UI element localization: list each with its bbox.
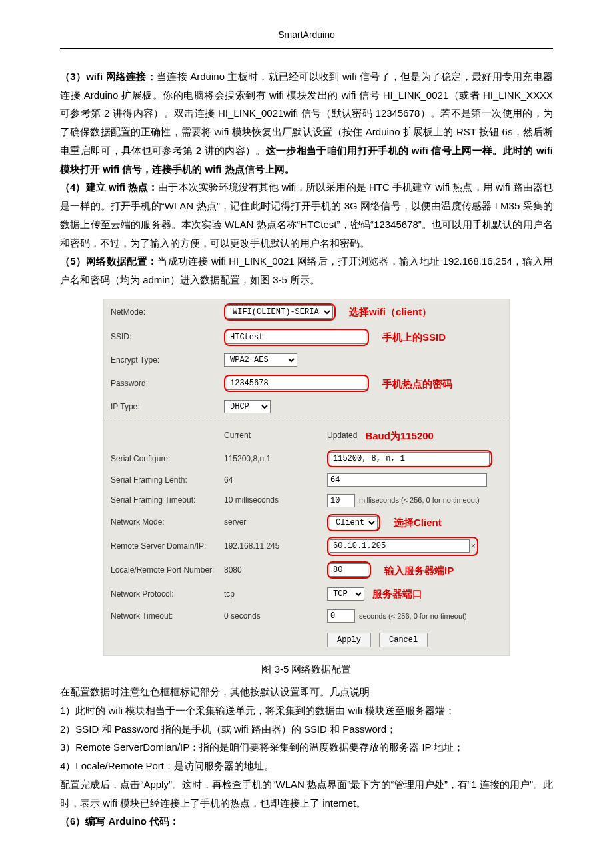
netmode-select[interactable]: WIFI(CLIENT)-SERIAL <box>227 305 333 319</box>
after-1: 在配置数据时注意红色框框标记部分，其他按默认设置即可。几点说明 <box>60 683 553 701</box>
p4-label: （4）建立 wifi 热点： <box>60 181 158 193</box>
p5-label: （5）网络数据配置： <box>60 255 157 267</box>
p3-label: （3）wifi 网络连接： <box>60 71 157 82</box>
paragraph-6: （6）编写 Arduino 代码： <box>60 812 553 831</box>
label-remote: Remote Server Domain/IP: <box>111 539 224 553</box>
current-nettimeout: 0 seconds <box>224 609 327 623</box>
p6-label: （6）编写 Arduino 代码： <box>60 815 179 827</box>
password-highlight <box>224 375 369 392</box>
row-protocol: Network Protocol: tcp TCP 服务器端口 <box>104 582 509 606</box>
row-col-headers: Current Updated Baud为115200 <box>104 424 509 448</box>
after-6: 配置完成后，点击“Apply”。这时，再检查手机的“WLAN 热点界面”最下方的… <box>60 775 553 813</box>
label-frametimeout: Serial Framing Timeout: <box>111 493 224 507</box>
port-input[interactable] <box>330 563 368 577</box>
current-netmode2: server <box>224 515 327 529</box>
paragraph-3: （3）wifi 网络连接：当连接 Arduino 主板时，就已经可以收到 wif… <box>60 67 553 179</box>
annotation-port: 服务器端口 <box>372 585 422 603</box>
nettimeout-hint: seconds (< 256, 0 for no timeout) <box>359 609 467 623</box>
label-serialcfg: Serial Configure: <box>111 451 224 466</box>
figure-caption: 图 3-5 网络数据配置 <box>60 660 553 679</box>
p3-text: 当连接 Arduino 主板时，就已经可以收到 wifi 信号了，但是为了稳定，… <box>60 71 553 156</box>
after-4: 3）Remote ServerDomian/IP：指的是咱们要将采集到的温度数据… <box>60 738 553 757</box>
row-framing-length: Serial Framing Lenth: 64 <box>104 470 509 490</box>
row-port: Locale/Remote Port Number: 8080 输入服务器端IP <box>104 559 509 583</box>
annotation-ssid: 手机上的SSID <box>382 328 446 347</box>
current-serialcfg: 115200,8,n,1 <box>224 451 327 466</box>
cancel-button[interactable]: Cancel <box>379 633 428 647</box>
label-iptype: IP Type: <box>111 399 224 414</box>
row-network-mode: Network Mode: server Client 选择Client <box>104 511 509 535</box>
after-5: 4）Locale/Remote Port：是访问服务器的地址。 <box>60 757 553 775</box>
figure-3-5: NetMode: WIFI(CLIENT)-SERIAL 选择wifi（clie… <box>103 299 510 656</box>
label-port: Locale/Remote Port Number: <box>111 563 224 577</box>
label-proto: Network Protocol: <box>111 587 224 601</box>
page-header-title: SmartArduino <box>60 27 553 44</box>
clear-icon[interactable]: × <box>471 539 476 553</box>
row-framing-timeout: Serial Framing Timeout: 10 milliseconds … <box>104 490 509 510</box>
header-current: Current <box>224 428 327 443</box>
annotation-password: 手机热点的密码 <box>382 375 452 393</box>
paragraph-4: （4）建立 wifi 热点：由于本次实验环境没有其他 wifi，所以采用的是 H… <box>60 178 553 252</box>
apply-button[interactable]: Apply <box>327 633 371 647</box>
nettimeout-input[interactable] <box>327 609 355 623</box>
remote-highlight: × <box>327 537 478 555</box>
iptype-select[interactable]: DHCP <box>224 400 271 413</box>
framelen-input[interactable] <box>327 473 487 487</box>
label-nettimeout: Network Timeout: <box>111 609 224 623</box>
row-netmode: NetMode: WIFI(CLIENT)-SERIAL 选择wifi（clie… <box>104 299 509 325</box>
annotation-netmode: 选择wifi（client） <box>349 303 432 321</box>
encrypt-select[interactable]: WPA2 AES <box>224 353 297 367</box>
row-remote-server: Remote Server Domain/IP: 192.168.11.245 … <box>104 534 509 558</box>
annotation-client: 选择Client <box>394 513 442 532</box>
button-row: Apply Cancel <box>104 626 509 655</box>
label-encrypt: Encrypt Type: <box>111 353 224 367</box>
serialcfg-highlight <box>327 450 492 467</box>
current-port: 8080 <box>224 563 327 577</box>
paragraph-5: （5）网络数据配置：当成功连接 wifi HI_LINK_0021 网络后，打开… <box>60 252 553 289</box>
annotation-ip: 输入服务器端IP <box>384 561 454 580</box>
frametimeout-input[interactable] <box>327 494 355 507</box>
separator <box>104 421 509 421</box>
current-remote: 192.168.11.245 <box>224 539 327 553</box>
frametimeout-hint: milliseconds (< 256, 0 for no timeout) <box>359 493 480 507</box>
current-framelen: 64 <box>224 473 327 487</box>
port-highlight <box>327 561 371 579</box>
header-updated: Updated <box>327 428 357 443</box>
row-ssid: SSID: 手机上的SSID <box>104 325 509 350</box>
row-network-timeout: Network Timeout: 0 seconds seconds (< 25… <box>104 606 509 626</box>
netmode2-highlight: Client <box>327 514 380 531</box>
password-input[interactable] <box>227 377 366 390</box>
label-ssid: SSID: <box>111 329 224 344</box>
row-serial-configure: Serial Configure: 115200,8,n,1 <box>104 447 509 470</box>
netmode-highlight: WIFI(CLIENT)-SERIAL <box>224 303 336 321</box>
current-proto: tcp <box>224 587 327 601</box>
label-framelen: Serial Framing Lenth: <box>111 473 224 487</box>
label-password: Password: <box>111 376 224 391</box>
config-panel: NetMode: WIFI(CLIENT)-SERIAL 选择wifi（clie… <box>103 299 510 656</box>
current-frametimeout: 10 milliseconds <box>224 493 327 507</box>
remote-input[interactable] <box>330 539 470 553</box>
proto-select[interactable]: TCP <box>327 587 364 601</box>
after-3: 2）SSID 和 Password 指的是手机（或 wifi 路由器）的 SSI… <box>60 720 553 739</box>
ssid-highlight <box>224 329 369 346</box>
row-iptype: IP Type: DHCP <box>104 396 509 417</box>
netmode2-select[interactable]: Client <box>330 516 378 529</box>
annotation-baud: Baud为115200 <box>365 427 434 445</box>
header-rule <box>60 48 553 49</box>
ssid-input[interactable] <box>227 331 366 344</box>
after-2: 1）此时的 wifi 模块相当于一个采集输送单元，将采集到的数据由 wifi 模… <box>60 701 553 720</box>
row-password: Password: 手机热点的密码 <box>104 371 509 397</box>
label-netmode: NetMode: <box>111 305 224 319</box>
label-netmode2: Network Mode: <box>111 515 224 529</box>
row-encrypt: Encrypt Type: WPA2 AES <box>104 349 509 371</box>
serialcfg-input[interactable] <box>330 452 490 465</box>
